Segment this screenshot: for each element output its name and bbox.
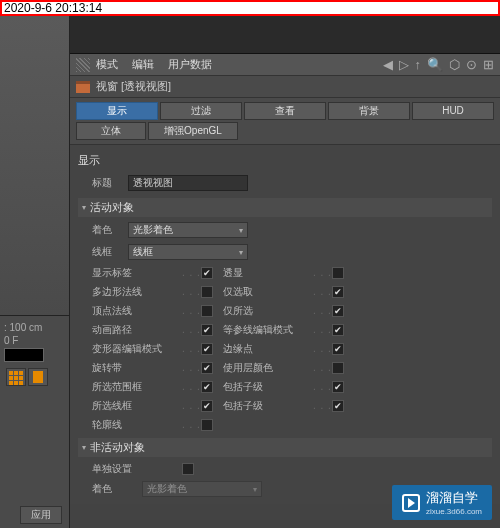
- tab-enhanced-opengl[interactable]: 增强OpenGL: [148, 122, 238, 140]
- menu-user-data[interactable]: 用户数据: [168, 57, 212, 72]
- option-label: 包括子级: [223, 399, 313, 413]
- option-checkbox[interactable]: [201, 343, 213, 355]
- tabs-row-2: 立体 增强OpenGL: [70, 120, 500, 145]
- grid-icon[interactable]: [6, 368, 26, 386]
- tab-display[interactable]: 显示: [76, 102, 158, 120]
- shading2-dropdown: 光影着色: [142, 481, 262, 497]
- viewport-3d[interactable]: [0, 16, 69, 316]
- attributes-panel: 模式 编辑 用户数据 ◀ ▷ ↑ 🔍 ⬡ ⊙ ⊞ 视窗 [透视视图] 显示 过滤…: [70, 16, 500, 528]
- option-label: 边缘点: [223, 342, 313, 356]
- viewport-side-area: : 100 cm 0 F: [0, 16, 70, 528]
- watermark-text: 溜溜自学: [426, 490, 478, 505]
- tab-background[interactable]: 背景: [328, 102, 410, 120]
- watermark-url: zixue.3d66.com: [426, 507, 482, 516]
- apply-button[interactable]: 应用: [20, 506, 62, 524]
- option-checkbox[interactable]: [332, 381, 344, 393]
- frame-label: 0 F: [4, 335, 65, 346]
- option-checkbox[interactable]: [332, 400, 344, 412]
- option-checkbox[interactable]: [201, 305, 213, 317]
- search-icon[interactable]: 🔍: [427, 57, 443, 72]
- option-checkbox[interactable]: [201, 286, 213, 298]
- single-setting-label: 单独设置: [92, 462, 182, 476]
- option-checkbox[interactable]: [332, 343, 344, 355]
- wireframe-dropdown[interactable]: 线框: [128, 244, 248, 260]
- tab-stereo[interactable]: 立体: [76, 122, 146, 140]
- option-label: 轮廓线: [92, 418, 182, 432]
- shading2-label: 着色: [92, 482, 142, 496]
- tab-hud[interactable]: HUD: [412, 102, 494, 120]
- menu-edit[interactable]: 编辑: [132, 57, 154, 72]
- option-checkbox[interactable]: [332, 324, 344, 336]
- option-label: 动画路径: [92, 323, 182, 337]
- inactive-object-group[interactable]: 非活动对象: [78, 438, 492, 457]
- gear-icon[interactable]: ⊙: [466, 57, 477, 72]
- option-label: 变形器编辑模式: [92, 342, 182, 356]
- option-checkbox[interactable]: [201, 400, 213, 412]
- new-icon[interactable]: ⊞: [483, 57, 494, 72]
- title-field-label: 标题: [78, 176, 128, 190]
- single-setting-checkbox[interactable]: [182, 463, 194, 475]
- play-icon: [402, 494, 420, 512]
- panel-toolbar: 模式 编辑 用户数据 ◀ ▷ ↑ 🔍 ⬡ ⊙ ⊞: [70, 54, 500, 76]
- nav-back-icon[interactable]: ◀: [383, 57, 393, 72]
- option-checkbox[interactable]: [201, 381, 213, 393]
- option-checkbox[interactable]: [332, 267, 344, 279]
- option-checkbox[interactable]: [332, 286, 344, 298]
- watermark: 溜溜自学 zixue.3d66.com: [392, 485, 492, 520]
- active-object-group[interactable]: 活动对象: [78, 198, 492, 217]
- title-field-input[interactable]: 透视视图: [128, 175, 248, 191]
- option-label: 显示标签: [92, 266, 182, 280]
- panel-content: 显示 标题 透视视图 活动对象 着色 光影着色 线框 线框 显示标签. . . …: [70, 145, 500, 504]
- tab-view[interactable]: 查看: [244, 102, 326, 120]
- drag-handle-icon[interactable]: [76, 58, 90, 72]
- grid-size-label: : 100 cm: [4, 322, 65, 333]
- nav-up-icon[interactable]: ↑: [415, 57, 422, 72]
- tabs-row-1: 显示 过滤 查看 背景 HUD: [70, 98, 500, 120]
- option-checkbox[interactable]: [332, 362, 344, 374]
- timestamp-bar: 2020-9-6 20:13:14: [0, 0, 500, 16]
- shading-dropdown[interactable]: 光影着色: [128, 222, 248, 238]
- option-checkbox[interactable]: [201, 267, 213, 279]
- option-label: 所选范围框: [92, 380, 182, 394]
- option-checkbox[interactable]: [201, 419, 213, 431]
- film-icon[interactable]: [28, 368, 48, 386]
- lock-icon[interactable]: ⬡: [449, 57, 460, 72]
- option-checkbox[interactable]: [201, 362, 213, 374]
- display-section-header: 显示: [78, 149, 492, 172]
- viewport-icon: [76, 81, 90, 93]
- option-label: 使用层颜色: [223, 361, 313, 375]
- option-label: 仅选取: [223, 285, 313, 299]
- panel-title-sub: [透视视图]: [121, 79, 171, 94]
- viewport-info: : 100 cm 0 F: [0, 316, 69, 392]
- display-options-grid: 显示标签. . . 透显. . . 多边形法线. . . 仅选取. . . 顶点…: [78, 263, 492, 434]
- option-label: 旋转带: [92, 361, 182, 375]
- option-label: 透显: [223, 266, 313, 280]
- shading-label: 着色: [78, 223, 128, 237]
- wireframe-label: 线框: [78, 245, 128, 259]
- option-label: 包括子级: [223, 380, 313, 394]
- option-label: 顶点法线: [92, 304, 182, 318]
- color-swatch[interactable]: [4, 348, 44, 362]
- tab-filter[interactable]: 过滤: [160, 102, 242, 120]
- nav-fwd-icon[interactable]: ▷: [399, 57, 409, 72]
- option-label: 等参线编辑模式: [223, 323, 313, 337]
- option-label: 仅所选: [223, 304, 313, 318]
- panel-title: 视窗: [96, 79, 118, 94]
- option-label: 多边形法线: [92, 285, 182, 299]
- option-label: 所选线框: [92, 399, 182, 413]
- panel-top-dark: [70, 16, 500, 54]
- option-checkbox[interactable]: [332, 305, 344, 317]
- option-checkbox[interactable]: [201, 324, 213, 336]
- menu-mode[interactable]: 模式: [96, 57, 118, 72]
- panel-title-row: 视窗 [透视视图]: [70, 76, 500, 98]
